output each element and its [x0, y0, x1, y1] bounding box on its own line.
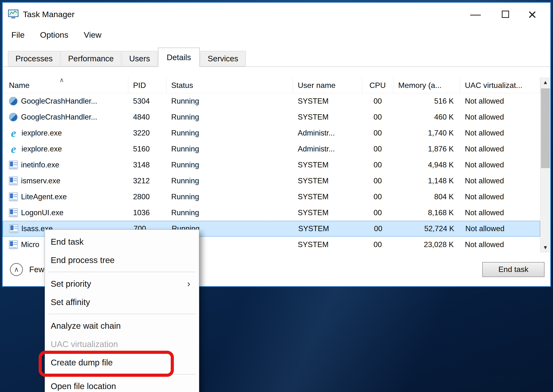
process-user: SYSTEM — [293, 177, 362, 185]
maximize-icon — [502, 11, 509, 18]
table-header: ∧ Name PID Status User name CPU Memory (… — [3, 77, 540, 93]
end-task-label: End task — [498, 265, 529, 274]
minimize-button[interactable]: — — [461, 3, 490, 26]
menu-separator — [48, 374, 196, 375]
table-row[interactable]: eiexplore.exe 5160 Running Administr... … — [3, 141, 540, 157]
menu-item-create-dump-file[interactable]: Create dump file — [45, 353, 199, 372]
tab-processes[interactable]: Processes — [8, 51, 60, 66]
column-label: User name — [298, 81, 336, 90]
table-row[interactable]: eiexplore.exe 3220 Running Administr... … — [3, 125, 540, 141]
menu-item-label: Create dump file — [51, 358, 113, 367]
column-header-uac[interactable]: UAC virtualizat... — [460, 77, 540, 93]
process-cpu: 00 — [362, 113, 393, 121]
process-cpu: 00 — [362, 192, 393, 201]
menu-item-label: End process tree — [51, 255, 115, 265]
tab-users[interactable]: Users — [122, 51, 157, 66]
menu-item-analyze-wait-chain[interactable]: Analyze wait chain — [45, 317, 199, 335]
process-name: LiteAgent.exe — [21, 192, 67, 201]
process-name: Micro — [21, 240, 39, 249]
table-row[interactable]: ismserv.exe 3212 Running SYSTEM 00 1,148… — [3, 173, 540, 189]
title-bar: Task Manager — × — [3, 3, 550, 26]
process-cpu: 00 — [362, 97, 393, 106]
process-status: Running — [166, 97, 293, 106]
process-user: SYSTEM — [293, 208, 362, 217]
vertical-scrollbar[interactable]: ▲ ▼ — [540, 77, 550, 253]
table-row[interactable]: LiteAgent.exe 2800 Running SYSTEM 00 804… — [3, 189, 540, 205]
menu-item-set-affinity[interactable]: Set affinity — [45, 293, 199, 311]
process-uac: Not allowed — [460, 192, 540, 201]
fewer-details-toggle[interactable]: ∧ — [10, 263, 23, 276]
application-icon — [9, 208, 18, 217]
scrollbar-thumb[interactable] — [541, 88, 550, 168]
process-user: Administr... — [293, 145, 362, 153]
column-label: CPU — [369, 81, 386, 90]
tab-services[interactable]: Services — [200, 51, 246, 66]
column-header-cpu[interactable]: CPU — [362, 77, 393, 93]
process-user: SYSTEM — [293, 192, 362, 201]
process-user: SYSTEM — [293, 240, 362, 249]
task-manager-icon — [8, 9, 19, 19]
process-memory: 23,028 K — [393, 240, 460, 249]
process-uac: Not allowed — [460, 97, 540, 106]
menu-options[interactable]: Options — [39, 29, 70, 41]
google-crash-handler-icon — [9, 97, 18, 106]
process-status: Running — [166, 145, 293, 153]
process-name: iexplore.exe — [21, 129, 62, 137]
table-row[interactable]: inetinfo.exe 3148 Running SYSTEM 00 4,94… — [3, 157, 540, 173]
tab-performance[interactable]: Performance — [61, 51, 121, 66]
menu-item-label: Set priority — [51, 279, 91, 289]
internet-explorer-icon: e — [9, 145, 18, 153]
minimize-icon: — — [470, 8, 481, 20]
process-pid: 4840 — [128, 113, 166, 121]
table-row[interactable]: GoogleCrashHandler... 5304 Running SYSTE… — [3, 93, 540, 109]
process-uac: Not allowed — [460, 161, 540, 169]
process-name: iexplore.exe — [21, 145, 62, 153]
end-task-button[interactable]: End task — [482, 262, 545, 277]
google-crash-handler-icon — [9, 113, 18, 121]
column-label: Status — [171, 81, 193, 90]
window-controls: — × — [461, 3, 550, 26]
process-user: SYSTEM — [293, 224, 362, 233]
column-label: Name — [9, 81, 29, 90]
menu-item-open-file-location[interactable]: Open file location — [45, 377, 199, 392]
menu-file[interactable]: File — [10, 29, 26, 41]
scroll-up-icon[interactable]: ▲ — [540, 77, 550, 87]
process-memory: 8,168 K — [393, 208, 460, 217]
process-cpu: 00 — [362, 161, 393, 169]
process-cpu: 00 — [362, 224, 394, 233]
column-header-name[interactable]: ∧ Name — [3, 77, 128, 93]
process-pid: 5160 — [128, 145, 166, 153]
process-status: Running — [166, 161, 293, 169]
close-button[interactable]: × — [520, 3, 550, 26]
table-row[interactable]: GoogleCrashHandler... 4840 Running SYSTE… — [3, 109, 540, 125]
column-header-memory[interactable]: Memory (a... — [393, 77, 460, 93]
process-user: SYSTEM — [293, 97, 362, 106]
process-uac: Not allowed — [460, 240, 540, 249]
column-header-user-name[interactable]: User name — [293, 77, 362, 93]
maximize-button[interactable] — [490, 3, 520, 26]
menu-item-end-process-tree[interactable]: End process tree — [45, 251, 199, 269]
menu-item-label: Set affinity — [51, 297, 90, 307]
table-row[interactable]: LogonUI.exe 1036 Running SYSTEM 00 8,168… — [3, 205, 540, 221]
menu-item-end-task[interactable]: End task — [45, 233, 199, 251]
details-table: ∧ Name PID Status User name CPU Memory (… — [3, 77, 550, 253]
process-status: Running — [166, 208, 293, 217]
process-uac: Not allowed — [460, 208, 540, 217]
close-icon: × — [528, 6, 537, 23]
process-cpu: 00 — [362, 145, 393, 153]
menu-separator — [48, 272, 196, 272]
column-label: UAC virtualizat... — [465, 81, 522, 90]
process-pid: 3220 — [128, 129, 166, 137]
process-status: Running — [166, 177, 293, 185]
column-header-status[interactable]: Status — [166, 77, 293, 93]
menu-item-label: UAC virtualization — [51, 339, 118, 349]
application-icon — [9, 192, 18, 201]
tab-details[interactable]: Details — [158, 48, 200, 67]
sort-ascending-icon: ∧ — [59, 76, 64, 84]
menu-view[interactable]: View — [82, 29, 103, 41]
scroll-down-icon[interactable]: ▼ — [540, 242, 550, 253]
column-header-pid[interactable]: PID — [128, 77, 166, 93]
process-memory: 1,148 K — [393, 177, 460, 185]
process-name: GoogleCrashHandler... — [21, 113, 97, 121]
menu-item-set-priority[interactable]: Set priority › — [45, 275, 199, 293]
